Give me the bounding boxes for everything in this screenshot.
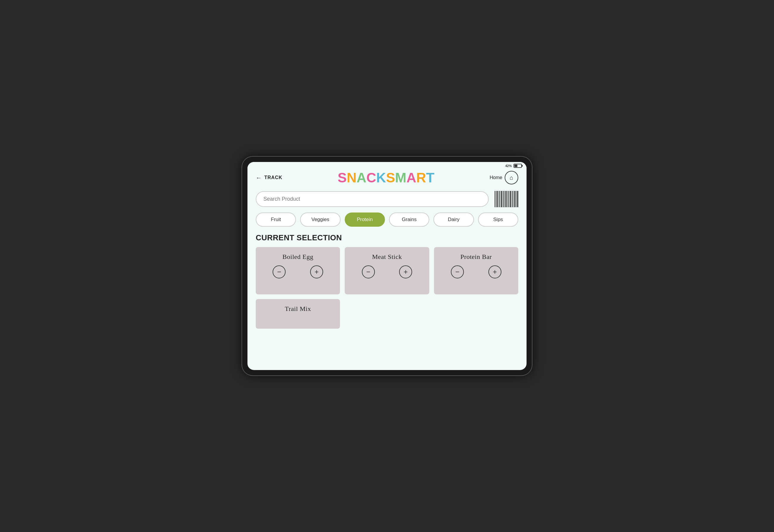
battery-percent: 42% — [505, 164, 512, 168]
svg-rect-14 — [510, 191, 511, 207]
section-title: CURRENT SELECTION — [256, 233, 518, 242]
home-icon: ⌂ — [505, 171, 518, 184]
svg-rect-1 — [496, 191, 496, 207]
svg-rect-21 — [518, 191, 518, 207]
category-dairy[interactable]: Dairy — [433, 213, 474, 227]
product-card-boiled-egg: Boiled Egg − + — [256, 247, 340, 294]
search-input-wrapper[interactable] — [256, 191, 489, 207]
decrease-protein-bar-button[interactable]: − — [451, 265, 464, 278]
svg-rect-19 — [516, 191, 516, 207]
product-controls-meat-stick: − + — [349, 265, 424, 278]
status-bar: 42% — [247, 162, 527, 168]
svg-rect-6 — [501, 191, 502, 207]
product-grid: Boiled Egg − + Meat Stick − + Pr — [256, 247, 518, 294]
product-name-boiled-egg: Boiled Egg — [282, 253, 313, 261]
logo-letter-r: R — [416, 171, 426, 184]
svg-rect-13 — [509, 191, 509, 207]
svg-rect-11 — [507, 191, 507, 207]
svg-rect-2 — [497, 191, 498, 207]
header: ← TRACK S N A C K S M A R T Home ⌂ — [247, 168, 527, 188]
category-grains[interactable]: Grains — [389, 213, 429, 227]
increase-protein-bar-button[interactable]: + — [488, 265, 501, 278]
back-arrow-icon: ← — [256, 174, 262, 181]
logo-letter-s1: S — [338, 171, 347, 184]
logo-letter-a2: A — [407, 171, 416, 184]
logo-letter-t: T — [426, 171, 434, 184]
increase-meat-stick-button[interactable]: + — [399, 265, 412, 278]
logo-letter-c: C — [366, 171, 376, 184]
svg-rect-20 — [517, 191, 517, 207]
category-protein[interactable]: Protein — [345, 213, 385, 227]
svg-rect-0 — [495, 191, 495, 207]
product-name-protein-bar: Protein Bar — [460, 253, 492, 261]
main-content: Fruit Veggies Protein Grains Dairy Sips … — [247, 188, 527, 370]
logo-letter-s2: S — [386, 171, 395, 184]
search-row — [256, 191, 518, 207]
svg-rect-10 — [506, 191, 506, 207]
device-screen: 42% ← TRACK S N A C K S M A R T — [247, 162, 527, 370]
svg-rect-3 — [498, 191, 498, 207]
bottom-row: Trail Mix — [256, 299, 518, 329]
home-button[interactable]: Home ⌂ — [490, 171, 518, 184]
product-controls-protein-bar: − + — [439, 265, 514, 278]
home-label: Home — [490, 175, 502, 180]
svg-rect-4 — [499, 191, 500, 207]
increase-boiled-egg-button[interactable]: + — [310, 265, 323, 278]
barcode-icon — [495, 191, 518, 207]
logo-letter-n: N — [347, 171, 357, 184]
svg-rect-7 — [503, 191, 503, 207]
back-label: TRACK — [264, 175, 282, 180]
logo-letter-m: M — [395, 171, 406, 184]
category-veggies[interactable]: Veggies — [300, 213, 340, 227]
product-card-protein-bar: Protein Bar − + — [434, 247, 518, 294]
product-controls-boiled-egg: − + — [260, 265, 335, 278]
svg-rect-15 — [511, 191, 512, 207]
app-logo: S N A C K S M A R T — [338, 171, 434, 184]
product-name-meat-stick: Meat Stick — [372, 253, 402, 261]
decrease-meat-stick-button[interactable]: − — [362, 265, 375, 278]
logo-letter-k: K — [376, 171, 386, 184]
product-card-meat-stick: Meat Stick − + — [345, 247, 429, 294]
logo-letter-a: A — [357, 171, 366, 184]
battery-icon — [514, 164, 522, 168]
search-input[interactable] — [263, 196, 481, 202]
svg-rect-16 — [512, 191, 513, 207]
svg-rect-9 — [505, 191, 505, 207]
product-name-trail-mix: Trail Mix — [285, 305, 311, 313]
svg-rect-8 — [503, 191, 504, 207]
decrease-boiled-egg-button[interactable]: − — [273, 265, 286, 278]
category-fruit[interactable]: Fruit — [256, 213, 296, 227]
product-card-trail-mix: Trail Mix — [256, 299, 340, 329]
back-button[interactable]: ← TRACK — [256, 174, 282, 181]
svg-rect-18 — [514, 191, 515, 207]
category-sips[interactable]: Sips — [478, 213, 518, 227]
device-frame: 42% ← TRACK S N A C K S M A R T — [242, 157, 532, 375]
svg-rect-12 — [508, 191, 509, 207]
category-row: Fruit Veggies Protein Grains Dairy Sips — [256, 213, 518, 227]
svg-rect-5 — [500, 191, 501, 207]
